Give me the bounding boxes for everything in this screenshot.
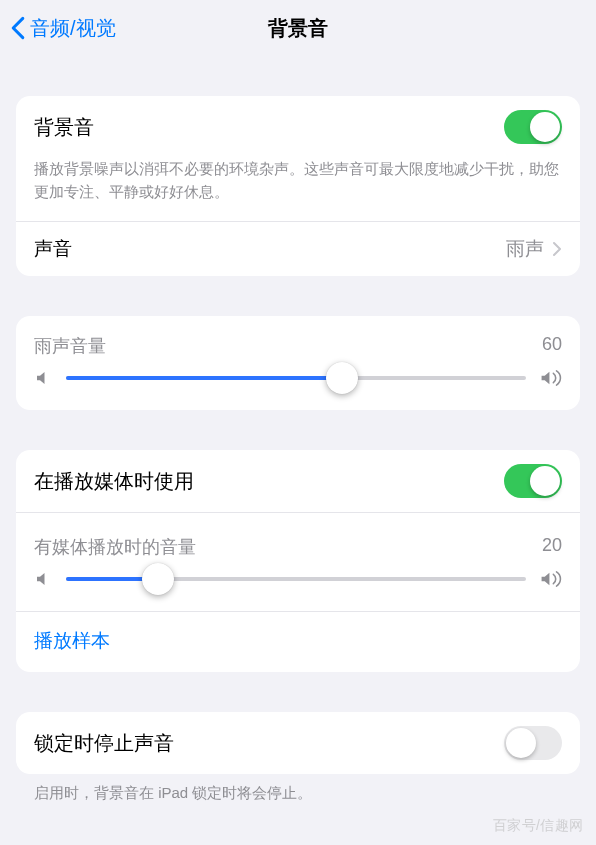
back-button[interactable]: 音频/视觉 [10,15,116,42]
volume-slider[interactable] [66,376,526,380]
lock-toggle-switch[interactable] [504,726,562,760]
section-main: 背景音 播放背景噪声以消弭不必要的环境杂声。这些声音可最大限度地减少干扰，助您更… [16,96,580,276]
volume-low-icon [34,570,52,588]
section-media: 在播放媒体时使用 有媒体播放时的音量 20 播放样本 [16,450,580,672]
volume-low-icon [34,369,52,387]
volume-header: 雨声音量 60 [16,316,580,364]
volume-high-icon [540,569,562,589]
media-volume-value: 20 [542,535,562,559]
volume-slider-row [16,364,580,410]
section-volume: 雨声音量 60 [16,316,580,410]
media-volume-header: 有媒体播放时的音量 20 [16,512,580,565]
row-media-toggle: 在播放媒体时使用 [16,450,580,512]
volume-label: 雨声音量 [34,334,106,358]
media-volume-slider-row [16,565,580,611]
watermark: 百家号/信趣网 [493,817,584,835]
media-toggle-label: 在播放媒体时使用 [34,468,194,495]
nav-bar: 音频/视觉 背景音 [0,0,596,56]
lock-description: 启用时，背景音在 iPad 锁定时将会停止。 [34,784,562,803]
section-lock: 锁定时停止声音 [16,712,580,774]
sound-label: 声音 [34,236,72,262]
back-label: 音频/视觉 [30,15,116,42]
media-toggle-switch[interactable] [504,464,562,498]
sound-value: 雨声 [506,236,544,262]
media-volume-label: 有媒体播放时的音量 [34,535,196,559]
media-volume-slider[interactable] [66,577,526,581]
chevron-left-icon [10,16,26,40]
play-sample-button[interactable]: 播放样本 [16,611,580,672]
background-sound-description: 播放背景噪声以消弭不必要的环境杂声。这些声音可最大限度地减少干扰，助您更加专注、… [16,158,580,221]
row-sound-select[interactable]: 声音 雨声 [16,221,580,276]
volume-high-icon [540,368,562,388]
background-sound-switch[interactable] [504,110,562,144]
lock-toggle-label: 锁定时停止声音 [34,730,174,757]
row-background-sound-toggle: 背景音 [16,96,580,158]
background-sound-label: 背景音 [34,114,94,141]
volume-value: 60 [542,334,562,358]
chevron-right-icon [552,241,562,257]
row-lock-toggle: 锁定时停止声音 [16,712,580,774]
